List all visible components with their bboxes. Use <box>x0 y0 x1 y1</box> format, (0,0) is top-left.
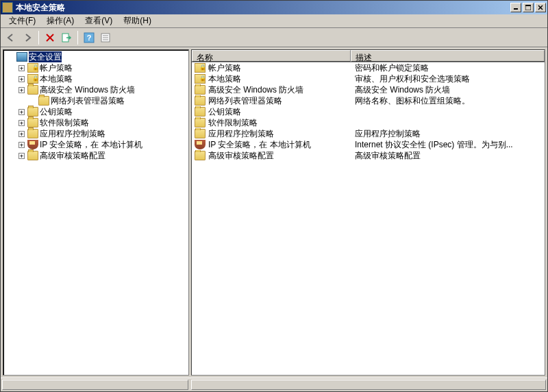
row-desc: 高级安全 Windows 防火墙 <box>351 84 545 95</box>
list-header: 名称 描述 <box>192 50 545 62</box>
tree-item[interactable]: +高级安全 Windows 防火墙 <box>3 84 188 95</box>
row-name: IP 安全策略，在 本地计算机 <box>208 139 311 150</box>
cell-name: 帐户策略 <box>192 62 351 73</box>
row-name: 应用程序控制策略 <box>208 128 274 139</box>
expand-icon[interactable]: + <box>18 109 25 115</box>
row-name: 高级安全 Windows 防火墙 <box>208 84 303 95</box>
statusbar <box>1 378 547 391</box>
cell-name: 高级安全 Windows 防火墙 <box>192 84 351 95</box>
shield-icon <box>195 140 206 149</box>
row-name: 公钥策略 <box>208 106 241 117</box>
menu-help[interactable]: 帮助(H) <box>118 14 157 28</box>
spacer <box>8 54 14 60</box>
tree-item[interactable]: 网络列表管理器策略 <box>3 95 188 106</box>
list-row[interactable]: 高级审核策略配置高级审核策略配置 <box>192 150 545 161</box>
row-desc: 审核、用户权利和安全选项策略 <box>351 73 545 84</box>
cell-name: 软件限制策略 <box>192 117 351 128</box>
list-row[interactable]: 公钥策略 <box>192 106 545 117</box>
list-row[interactable]: 网络列表管理器策略网络名称、图标和位置组策略。 <box>192 95 545 106</box>
back-button[interactable] <box>3 30 18 45</box>
tree: 安全设置 +帐户策略+本地策略+高级安全 Windows 防火墙网络列表管理器策… <box>3 50 188 162</box>
tree-item-label: 网络列表管理器策略 <box>51 95 125 106</box>
list-row[interactable]: 高级安全 Windows 防火墙高级安全 Windows 防火墙 <box>192 84 545 95</box>
expand-icon[interactable]: + <box>18 131 25 137</box>
tree-item[interactable]: +IP 安全策略，在 本地计算机 <box>3 139 188 150</box>
row-name: 本地策略 <box>208 73 241 84</box>
folder-icon <box>27 118 38 127</box>
tree-item[interactable]: +公钥策略 <box>3 106 188 117</box>
help-button[interactable]: ? <box>82 30 97 45</box>
folder-icon <box>27 107 38 117</box>
folder-icon <box>195 129 206 138</box>
tree-panel: 安全设置 +帐户策略+本地策略+高级安全 Windows 防火墙网络列表管理器策… <box>3 49 189 376</box>
list-row[interactable]: IP 安全策略，在 本地计算机Internet 协议安全性 (IPsec) 管理… <box>192 139 545 150</box>
folder-lock-icon <box>27 63 38 73</box>
list-row[interactable]: 应用程序控制策略应用程序控制策略 <box>192 128 545 139</box>
tree-item[interactable]: +高级审核策略配置 <box>3 150 188 161</box>
column-header-desc[interactable]: 描述 <box>351 50 545 62</box>
maximize-button[interactable] <box>523 3 534 12</box>
app-icon <box>2 2 13 13</box>
folder-lock-icon <box>195 74 206 84</box>
tree-item[interactable]: +帐户策略 <box>3 62 188 73</box>
expand-icon[interactable]: + <box>18 65 25 71</box>
app-window: 本地安全策略 文件(F) 操作(A) 查看(V) 帮助(H) ? 安全设置 <box>0 0 548 392</box>
menubar: 文件(F) 操作(A) 查看(V) 帮助(H) <box>1 14 547 28</box>
cell-name: 公钥策略 <box>192 106 351 117</box>
expand-icon[interactable]: + <box>18 142 25 148</box>
close-button[interactable] <box>535 3 546 12</box>
security-settings-icon <box>16 52 27 62</box>
export-button[interactable] <box>59 30 74 45</box>
folder-icon <box>27 151 38 160</box>
expand-icon[interactable]: + <box>18 87 25 93</box>
menu-file[interactable]: 文件(F) <box>3 14 41 28</box>
folder-lock-icon <box>195 63 206 73</box>
shield-icon <box>27 140 38 149</box>
minimize-button[interactable] <box>510 3 521 12</box>
cell-name: 应用程序控制策略 <box>192 128 351 139</box>
forward-button[interactable] <box>20 30 35 45</box>
delete-button[interactable] <box>42 30 58 45</box>
tree-root[interactable]: 安全设置 <box>3 51 188 62</box>
toolbar: ? <box>1 28 547 47</box>
expand-icon[interactable]: + <box>18 120 25 126</box>
row-desc: 应用程序控制策略 <box>351 128 545 139</box>
tree-item-label: 公钥策略 <box>40 106 73 117</box>
row-name: 网络列表管理器策略 <box>208 95 282 106</box>
tree-item-label: 高级审核策略配置 <box>40 150 105 161</box>
row-name: 高级审核策略配置 <box>208 150 274 161</box>
tree-item[interactable]: +软件限制策略 <box>3 117 188 128</box>
column-header-name[interactable]: 名称 <box>192 50 351 62</box>
list-row[interactable]: 帐户策略密码和帐户锁定策略 <box>192 62 545 73</box>
tree-item-label: 高级安全 Windows 防火墙 <box>40 84 135 95</box>
tree-item[interactable]: +本地策略 <box>3 73 188 84</box>
list-panel: 名称 描述 帐户策略密码和帐户锁定策略本地策略审核、用户权利和安全选项策略高级安… <box>191 49 545 376</box>
titlebar: 本地安全策略 <box>1 1 547 14</box>
cell-name: 本地策略 <box>192 73 351 84</box>
expand-icon[interactable]: + <box>18 76 25 82</box>
properties-button[interactable] <box>98 30 113 45</box>
window-title: 本地安全策略 <box>16 2 509 14</box>
folder-icon <box>195 107 206 117</box>
folder-icon <box>195 85 206 95</box>
list-row[interactable]: 本地策略审核、用户权利和安全选项策略 <box>192 73 545 84</box>
row-desc: Internet 协议安全性 (IPsec) 管理。为与别... <box>351 139 545 150</box>
row-desc: 网络名称、图标和位置组策略。 <box>351 95 545 106</box>
menu-view[interactable]: 查看(V) <box>79 14 118 28</box>
status-cell-left <box>2 380 188 390</box>
folder-icon <box>27 129 38 138</box>
cell-name: 网络列表管理器策略 <box>192 95 351 106</box>
row-desc: 密码和帐户锁定策略 <box>351 62 545 73</box>
tree-item[interactable]: +应用程序控制策略 <box>3 128 188 139</box>
cell-name: 高级审核策略配置 <box>192 150 351 161</box>
folder-icon <box>27 85 38 95</box>
folder-icon <box>38 96 49 106</box>
menu-action[interactable]: 操作(A) <box>41 14 79 28</box>
list-row[interactable]: 软件限制策略 <box>192 117 545 128</box>
expand-icon[interactable]: + <box>18 153 25 159</box>
toolbar-separator <box>77 31 78 45</box>
folder-lock-icon <box>27 74 38 84</box>
window-controls <box>509 3 546 12</box>
tree-item-label: 帐户策略 <box>40 62 73 73</box>
tree-root-label: 安全设置 <box>29 51 62 62</box>
